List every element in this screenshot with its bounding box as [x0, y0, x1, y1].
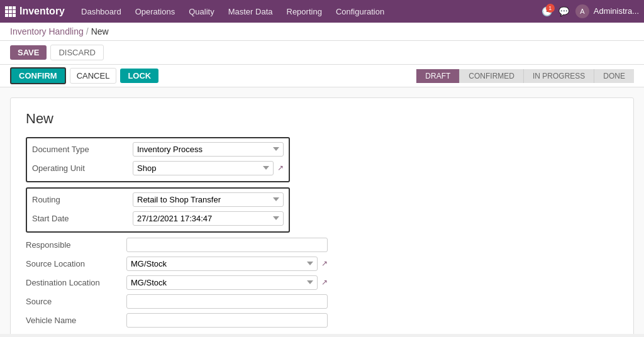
- source-input[interactable]: [126, 294, 328, 309]
- status-done: DONE: [594, 69, 634, 83]
- responsible-input[interactable]: [126, 238, 328, 252]
- routing-select[interactable]: Retail to Shop Transfer: [133, 192, 284, 207]
- lock-button[interactable]: LOCK: [120, 69, 158, 83]
- responsible-value[interactable]: [126, 238, 328, 252]
- vehicle-name-value[interactable]: [126, 313, 328, 328]
- menu-reporting[interactable]: Reporting: [280, 4, 328, 19]
- topbar-menu: Dashboard Operations Quality Master Data…: [75, 4, 541, 19]
- grid-icon: [5, 6, 16, 17]
- breadcrumb-separator: /: [86, 26, 89, 36]
- field-source-location: Source Location MG/Stock ↗: [26, 255, 618, 272]
- source-location-label: Source Location: [26, 259, 126, 268]
- chat-icon[interactable]: 💬: [558, 6, 569, 16]
- topbar: Inventory Dashboard Operations Quality M…: [0, 0, 644, 23]
- responsible-label: Responsible: [26, 240, 126, 250]
- topbar-right: 🕒 1 💬 A Administra...: [541, 4, 639, 18]
- form-card: New Document Type Inventory Process Oper…: [10, 97, 634, 334]
- start-date-label: Start Date: [32, 214, 133, 223]
- save-button[interactable]: SAVE: [10, 45, 47, 60]
- notification-badge: 1: [546, 4, 555, 13]
- status-in-progress: IN PROGRESS: [524, 69, 594, 83]
- menu-quality[interactable]: Quality: [182, 4, 220, 19]
- field-routing: Routing Retail to Shop Transfer: [32, 191, 284, 207]
- field-start-date: Start Date 27/12/2021 17:34:47: [32, 210, 284, 226]
- main-content: New Document Type Inventory Process Oper…: [0, 87, 644, 334]
- app-title: Inventory: [19, 6, 65, 17]
- menu-configuration[interactable]: Configuration: [330, 4, 391, 19]
- app-logo[interactable]: Inventory: [5, 6, 65, 17]
- destination-location-value: MG/Stock ↗: [126, 275, 328, 290]
- field-source: Source: [26, 293, 618, 309]
- notification-icon[interactable]: 🕒 1: [541, 6, 552, 16]
- breadcrumb-parent[interactable]: Inventory Handling: [10, 26, 84, 36]
- source-value[interactable]: [126, 294, 328, 309]
- toolbar: SAVE DISCARD: [0, 41, 644, 65]
- menu-dashboard[interactable]: Dashboard: [75, 4, 128, 19]
- document-type-value[interactable]: Inventory Process: [133, 142, 284, 157]
- source-location-select[interactable]: MG/Stock: [126, 257, 318, 271]
- discard-button[interactable]: DISCARD: [50, 45, 104, 60]
- destination-location-ext-link[interactable]: ↗: [321, 278, 328, 287]
- status-bar: DRAFT CONFIRMED IN PROGRESS DONE: [416, 69, 634, 83]
- confirm-button[interactable]: CONFIRM: [10, 67, 66, 84]
- vehicle-name-label: Vehicle Name: [26, 316, 126, 325]
- routing-value[interactable]: Retail to Shop Transfer: [133, 192, 284, 207]
- field-document-type: Document Type Inventory Process: [32, 141, 284, 157]
- source-location-value: MG/Stock ↗: [126, 257, 328, 271]
- operating-unit-label: Operating Unit: [32, 163, 133, 173]
- start-date-value[interactable]: 27/12/2021 17:34:47: [133, 211, 284, 226]
- source-label: Source: [26, 297, 126, 306]
- field-vehicle-name: Vehicle Name: [26, 312, 618, 328]
- action-buttons: CONFIRM CANCEL LOCK: [10, 67, 158, 84]
- operating-unit-select[interactable]: Shop: [133, 161, 274, 175]
- operating-unit-ext-link[interactable]: ↗: [277, 163, 284, 172]
- status-draft: DRAFT: [416, 69, 460, 83]
- field-operating-unit: Operating Unit Shop ↗: [32, 160, 284, 176]
- field-responsible: Responsible: [26, 236, 618, 253]
- vehicle-name-input[interactable]: [126, 313, 328, 328]
- user-avatar: A: [575, 4, 589, 18]
- source-location-ext-link[interactable]: ↗: [321, 259, 328, 268]
- document-type-select[interactable]: Inventory Process: [133, 142, 284, 157]
- action-bar: CONFIRM CANCEL LOCK DRAFT CONFIRMED IN P…: [0, 65, 644, 87]
- routing-label: Routing: [32, 195, 133, 204]
- breadcrumb-current: New: [91, 26, 109, 36]
- start-date-select[interactable]: 27/12/2021 17:34:47: [133, 211, 284, 226]
- user-menu[interactable]: A Administra...: [575, 4, 639, 18]
- menu-master-data[interactable]: Master Data: [222, 4, 279, 19]
- status-confirmed: CONFIRMED: [460, 69, 524, 83]
- user-name: Administra...: [594, 6, 639, 16]
- form-title: New: [26, 111, 618, 127]
- field-destination-location: Destination Location MG/Stock ↗: [26, 274, 618, 290]
- operating-unit-value: Shop ↗: [133, 161, 284, 175]
- destination-location-label: Destination Location: [26, 278, 126, 287]
- cancel-button[interactable]: CANCEL: [70, 68, 117, 84]
- destination-location-select[interactable]: MG/Stock: [126, 275, 318, 290]
- menu-operations[interactable]: Operations: [129, 4, 182, 19]
- document-type-label: Document Type: [32, 145, 133, 154]
- breadcrumb: Inventory Handling / New: [0, 23, 644, 41]
